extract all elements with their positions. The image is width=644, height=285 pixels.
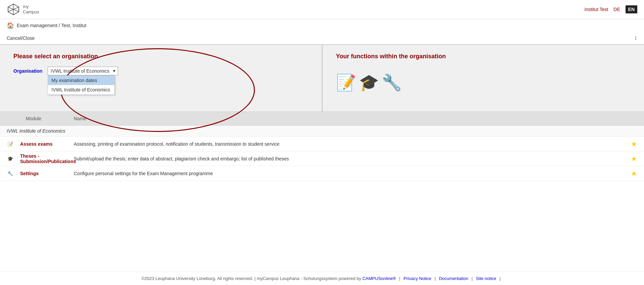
- table-header: Module Name: [0, 112, 644, 126]
- icons-row: 📝 🎓 🔧: [336, 73, 631, 92]
- footer-sep2: |: [435, 276, 436, 281]
- panel-left: Please select an organisation Organisati…: [0, 45, 322, 112]
- cancel-bar: Cancel/Close ↕: [0, 32, 644, 45]
- table-area: Module Name IVWL Institute of Economics …: [0, 112, 644, 181]
- assess-exams-link[interactable]: Assess exams: [20, 140, 67, 148]
- breadcrumb: Exam management / Test, Institut: [17, 23, 87, 28]
- dropdown-item-ivwl[interactable]: IVWL Institute of Economics: [48, 85, 114, 94]
- site-notice-link[interactable]: Site notice: [476, 276, 496, 281]
- footer-sep1: |: [399, 276, 400, 281]
- footer-copyright: ©2023 Leuphana University Lüneburg. All …: [141, 276, 361, 281]
- panel-area: Please select an organisation Organisati…: [0, 45, 644, 112]
- org-select-wrapper: IVWL Institute of Economics ▼ My examina…: [48, 67, 118, 75]
- panel-right: Your functions within the organisation 📝…: [322, 45, 644, 112]
- lang-en-btn[interactable]: EN: [626, 5, 637, 13]
- org-dropdown-menu: My examination dates IVWL Institute of E…: [48, 75, 115, 95]
- campusonline-link[interactable]: CAMPUSonline®: [362, 276, 396, 281]
- group-header-ivwl: IVWL Institute of Economics: [0, 126, 644, 137]
- table-row[interactable]: 📝 Assess exams Assessing, printing of ex…: [0, 137, 644, 151]
- logo-area: my Campus: [7, 3, 39, 16]
- footer: ©2023 Leuphana University Lüneburg. All …: [0, 272, 644, 285]
- top-right: Institut Test DE EN: [585, 5, 637, 13]
- cancel-close-link[interactable]: Cancel/Close: [7, 35, 35, 41]
- theses-star[interactable]: ★: [624, 155, 644, 163]
- theses-link[interactable]: Theses - Submission/Publications: [20, 152, 67, 165]
- institute-dropdown[interactable]: Institut Test: [585, 7, 608, 12]
- settings-star[interactable]: ★: [624, 169, 644, 177]
- privacy-notice-link[interactable]: Privacy Notice: [404, 276, 431, 281]
- settings-description: Configure personal settings for the Exam…: [67, 169, 624, 177]
- panel-right-title: Your functions within the organisation: [336, 53, 631, 60]
- org-label: Organisation: [13, 68, 42, 74]
- assess-exams-star[interactable]: ★: [624, 140, 644, 148]
- tools-icon: 🔧: [382, 73, 402, 92]
- theses-icon: 🎓: [0, 155, 20, 163]
- logo-text: my Campus: [23, 4, 39, 14]
- col-name-header: Name: [67, 115, 624, 123]
- documentation-link[interactable]: Documentation: [439, 276, 468, 281]
- table-row[interactable]: 🔧 Settings Configure personal settings f…: [0, 166, 644, 181]
- lang-de-btn[interactable]: DE: [613, 7, 620, 12]
- col-module-header: Module: [0, 115, 67, 123]
- nav-bar: 🏠 Exam management / Test, Institut: [0, 19, 644, 32]
- assess-exams-description: Assessing, printing of examination proto…: [67, 140, 624, 148]
- top-bar: my Campus Institut Test DE EN: [0, 0, 644, 19]
- settings-icon: 🔧: [0, 169, 20, 177]
- home-icon[interactable]: 🏠: [7, 22, 14, 29]
- footer-sep3: |: [472, 276, 473, 281]
- resize-handle[interactable]: ↕: [634, 34, 637, 42]
- org-row: Organisation IVWL Institute of Economics…: [13, 67, 308, 75]
- col-fav-header: [624, 115, 644, 123]
- pencil-icon: 📝: [336, 73, 356, 92]
- footer-sep4: |: [499, 276, 500, 281]
- logo-icon: [7, 3, 20, 16]
- mortarboard-icon: 🎓: [359, 73, 379, 92]
- panel-left-title: Please select an organisation: [13, 53, 308, 60]
- table-row[interactable]: 🎓 Theses - Submission/Publications Submi…: [0, 151, 644, 166]
- assess-exams-icon: 📝: [0, 140, 20, 148]
- dropdown-item-my-examination[interactable]: My examination dates: [48, 76, 114, 85]
- settings-link[interactable]: Settings: [20, 169, 67, 177]
- org-select[interactable]: IVWL Institute of Economics: [48, 67, 118, 75]
- theses-description: Submit/upload the thesis; enter data of …: [67, 155, 624, 163]
